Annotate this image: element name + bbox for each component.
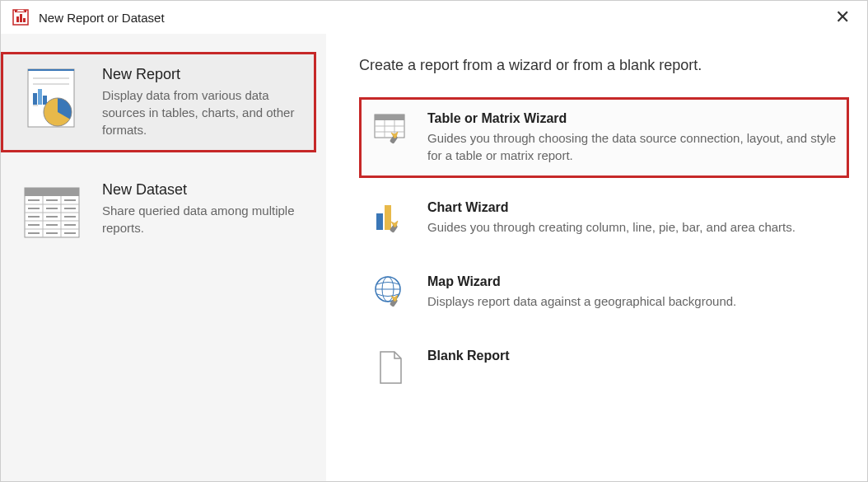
svg-rect-46 bbox=[385, 205, 391, 230]
main-heading: Create a report from a wizard or from a … bbox=[359, 57, 849, 74]
sidebar-item-text: New Report Display data from various dat… bbox=[102, 66, 304, 138]
sidebar-item-new-dataset[interactable]: New Dataset Share queried data among mul… bbox=[1, 167, 316, 260]
app-icon bbox=[12, 9, 29, 26]
option-title: Chart Wizard bbox=[427, 200, 796, 215]
option-table-matrix-wizard[interactable]: Table or Matrix Wizard Guides you throug… bbox=[359, 97, 849, 178]
svg-rect-45 bbox=[376, 213, 383, 230]
chart-icon bbox=[373, 200, 408, 238]
sidebar-item-title: New Dataset bbox=[102, 181, 304, 199]
main-panel: Create a report from a wizard or from a … bbox=[326, 34, 867, 481]
svg-rect-39 bbox=[375, 115, 404, 120]
svg-rect-11 bbox=[38, 89, 42, 105]
option-text: Blank Report bbox=[427, 349, 510, 367]
dataset-icon bbox=[20, 181, 84, 246]
content-area: New Report Display data from various dat… bbox=[1, 34, 867, 481]
close-icon[interactable]: ✕ bbox=[829, 7, 856, 28]
title-bar: New Report or Dataset ✕ bbox=[1, 1, 867, 34]
svg-rect-16 bbox=[25, 188, 79, 196]
option-title: Map Wizard bbox=[427, 274, 736, 289]
option-text: Map Wizard Displays report data against … bbox=[427, 274, 736, 310]
option-desc: Guides you through choosing the data sou… bbox=[427, 129, 837, 164]
report-icon bbox=[20, 66, 84, 130]
sidebar-item-desc: Share queried data among multiple report… bbox=[102, 202, 304, 236]
option-chart-wizard[interactable]: Chart Wizard Guides you through creating… bbox=[359, 186, 849, 252]
blank-page-icon bbox=[373, 349, 408, 386]
window-title: New Report or Dataset bbox=[39, 11, 829, 25]
svg-rect-4 bbox=[23, 18, 26, 22]
option-title: Blank Report bbox=[427, 349, 510, 363]
globe-icon bbox=[373, 274, 408, 312]
option-title: Table or Matrix Wizard bbox=[427, 111, 837, 126]
option-map-wizard[interactable]: Map Wizard Displays report data against … bbox=[359, 260, 849, 326]
option-text: Table or Matrix Wizard Guides you throug… bbox=[427, 111, 837, 164]
svg-rect-10 bbox=[33, 93, 37, 105]
svg-rect-2 bbox=[16, 16, 19, 22]
svg-rect-6 bbox=[28, 69, 74, 71]
option-text: Chart Wizard Guides you through creating… bbox=[427, 200, 796, 236]
sidebar-item-text: New Dataset Share queried data among mul… bbox=[102, 181, 304, 246]
table-icon bbox=[373, 111, 408, 149]
svg-rect-3 bbox=[20, 14, 22, 22]
option-blank-report[interactable]: Blank Report bbox=[359, 335, 849, 400]
sidebar-item-title: New Report bbox=[102, 66, 304, 83]
sidebar: New Report Display data from various dat… bbox=[1, 34, 326, 481]
sidebar-item-new-report[interactable]: New Report Display data from various dat… bbox=[1, 52, 316, 152]
sidebar-item-desc: Display data from various data sources i… bbox=[102, 87, 304, 138]
option-desc: Displays report data against a geographi… bbox=[427, 292, 736, 310]
option-desc: Guides you through creating column, line… bbox=[427, 218, 796, 236]
